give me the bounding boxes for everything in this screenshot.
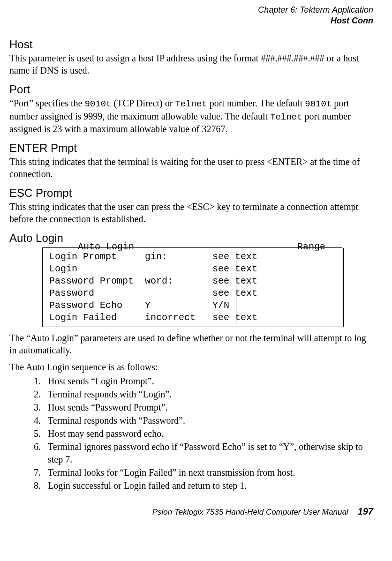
table-row: Password Prompt word: see text	[49, 275, 335, 287]
list-item: Host sends “Login Prompt”.	[43, 375, 373, 388]
port-body: “Port” specifies the 9010t (TCP Direct) …	[9, 97, 373, 135]
table-row: Login see text	[49, 263, 335, 275]
heading-enter-pmpt: ENTER Pmpt	[9, 142, 373, 155]
port-text-mid2: port number. The default	[207, 98, 305, 108]
sequence-list: Host sends “Login Prompt”.Terminal respo…	[9, 375, 373, 492]
sequence-intro: The Auto Login sequence is as follows:	[9, 361, 373, 373]
heading-host: Host	[9, 38, 373, 51]
list-item: Login successful or Login failed and ret…	[43, 479, 373, 492]
footer-text: Psion Teklogix 7535 Hand-Held Computer U…	[152, 508, 348, 517]
page-header: Chapter 6: Tekterm Application Host Conn	[9, 5, 373, 26]
enter-pmpt-body: This string indicates that the terminal …	[9, 156, 373, 180]
footer-page-number: 197	[358, 506, 373, 517]
chapter-label: Chapter 6: Tekterm Application	[9, 5, 373, 15]
table-row: Login Failed incorrect see text	[49, 312, 335, 324]
table-row: Password Echo Y Y/N	[49, 299, 335, 312]
host-body: This parameter is used to assign a host …	[9, 52, 373, 76]
table-row: Password see text	[49, 287, 335, 299]
list-item: Terminal responds with “Password”.	[43, 414, 373, 427]
section-label: Host Conn	[9, 15, 373, 26]
heading-esc-prompt: ESC Prompt	[9, 187, 373, 200]
port-code-4: Telnet	[270, 112, 302, 122]
auto-login-after-text: The “Auto Login” parameters are used to …	[9, 332, 373, 356]
esc-prompt-body: This string indicates that the user can …	[9, 201, 373, 225]
list-item: Terminal ignores password echo if “Passw…	[43, 441, 373, 466]
port-text-pre: “Port” specifies the	[9, 98, 85, 108]
page-footer: Psion Teklogix 7535 Hand-Held Computer U…	[9, 506, 373, 517]
list-item: Terminal looks for “Login Failed” in nex…	[43, 466, 373, 479]
manual-page: Chapter 6: Tekterm Application Host Conn…	[0, 0, 392, 526]
table-row: Login Prompt gin: see text	[49, 251, 335, 263]
heading-port: Port	[9, 83, 373, 96]
port-code-1: 9010t	[85, 99, 112, 109]
list-item: Host sends “Password Prompt”.	[43, 401, 373, 414]
column-separator-icon	[236, 251, 236, 324]
auto-login-box: Login Prompt gin: see textLogin see text…	[42, 247, 342, 327]
table-rows-container: Login Prompt gin: see textLogin see text…	[49, 251, 335, 324]
list-item: Host may send password echo.	[43, 427, 373, 440]
heading-auto-login: Auto Login	[9, 232, 373, 245]
right-rule-icon	[343, 248, 344, 327]
port-text-mid1: (TCP Direct) or	[112, 98, 175, 108]
port-code-2: Telnet	[175, 99, 207, 109]
auto-login-table-wrap: Auto Login Range Login Prompt gin: see t…	[42, 247, 342, 327]
list-item: Terminal responds with “Login”.	[43, 388, 373, 401]
port-code-3: 9010t	[305, 99, 332, 109]
